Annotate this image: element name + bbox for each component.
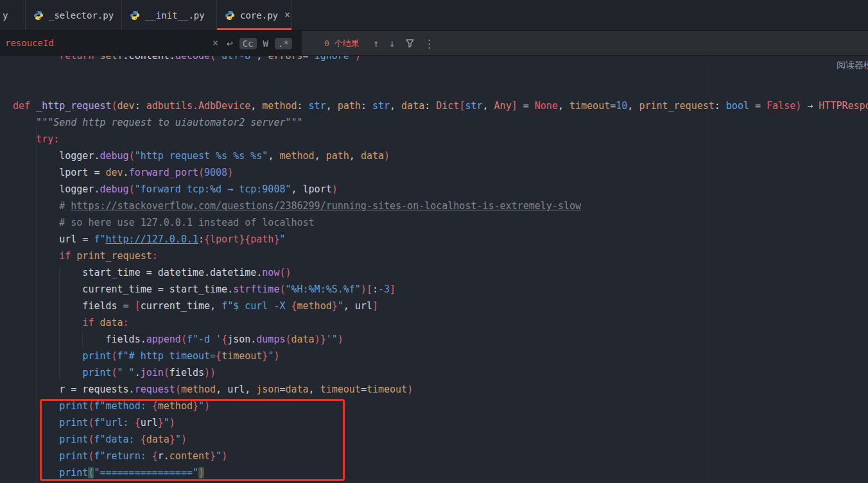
close-icon[interactable]: × — [284, 10, 290, 20]
code-token: def — [13, 100, 36, 112]
code-token: ] — [390, 284, 395, 295]
newline-icon[interactable]: ↩ — [225, 37, 235, 50]
code-token: { — [135, 417, 141, 428]
editor-surface[interactable]: return self.content.decode('utf-8', erro… — [0, 56, 868, 483]
code-token: ) — [221, 450, 227, 462]
code-token: forward_port — [129, 167, 198, 178]
code-token: : — [297, 100, 309, 112]
code-token: Dict — [436, 100, 459, 112]
code-token: try: — [36, 133, 59, 145]
code-token: )) — [204, 367, 216, 378]
code-token: 'utf-8' — [216, 56, 256, 62]
whole-words-toggle[interactable]: W — [261, 38, 270, 49]
code-token: ( — [181, 334, 187, 345]
tab-selector-py[interactable]: _selector.py — [26, 0, 122, 30]
code-token: ) — [198, 467, 204, 479]
code-token: current_time, — [141, 300, 221, 312]
python-icon — [130, 10, 140, 21]
code-line: logger.debug("http request %s %s %s", me… — [13, 148, 868, 164]
more-options-icon[interactable]: ⋮ — [424, 31, 435, 56]
code-token: 10 — [616, 100, 627, 112]
code-token: https://stackoverflow.com/questions/2386… — [71, 200, 581, 212]
code-line: # https://stackoverflow.com/questions/23… — [13, 198, 868, 214]
code-line: # so here use 127.0.0.1 instead of local… — [13, 214, 868, 231]
code-token: f"$ curl -X — [221, 300, 291, 312]
code-token: } — [158, 417, 164, 428]
code-line: start_time = datetime.datetime.now() — [13, 264, 868, 281]
code-token: content — [169, 450, 210, 462]
tab-overflow-cut[interactable]: y — [0, 0, 26, 30]
code-token: '" — [326, 334, 338, 345]
code-token — [13, 467, 59, 479]
code-token: f"-d ' — [187, 334, 221, 345]
code-token: False — [767, 100, 795, 112]
code-token: " — [175, 434, 181, 445]
code-token: "http request %s %s %s" — [135, 150, 268, 162]
code-token: = — [517, 100, 535, 112]
code-line: print(f"method: {method}") — [13, 398, 868, 414]
code-line — [13, 81, 868, 97]
code-token: , — [250, 100, 262, 112]
code-line: fields = [current_time, f"$ curl -X {met… — [13, 298, 868, 314]
code-token: r. — [158, 450, 169, 462]
code-token: f"# http timeout= — [117, 350, 216, 362]
code-token: , — [256, 56, 268, 62]
code-token: "================" — [94, 467, 198, 479]
code-token: : — [424, 100, 436, 112]
tab-label: y — [3, 10, 8, 21]
code-token: " " — [117, 367, 135, 378]
code-token: f"return: — [94, 450, 152, 462]
code-token: } — [210, 450, 216, 462]
code-token: method — [279, 150, 314, 162]
code-token: .content. — [123, 56, 175, 62]
code-token — [13, 350, 82, 362]
code-token: ( — [175, 384, 181, 395]
code-line: if print_request: — [13, 248, 868, 264]
code-line: print(f"url: {url}") — [13, 414, 868, 431]
previous-match-button[interactable]: ↑ — [373, 31, 379, 56]
clear-search-icon[interactable]: × — [211, 37, 220, 49]
code-token: ) — [795, 100, 801, 112]
code-token: : — [152, 250, 158, 262]
code-token: ) — [273, 350, 279, 362]
code-token: ] — [372, 300, 378, 312]
code-token: request — [135, 384, 175, 395]
code-token: url — [141, 417, 158, 428]
code-token: } — [332, 300, 338, 312]
code-token: print_request — [639, 100, 714, 112]
code-token: " — [338, 300, 343, 312]
filter-icon[interactable] — [405, 31, 415, 56]
code-token: ) — [355, 56, 361, 62]
code-token: fields. — [13, 334, 146, 345]
reader-mode-hint: 阅读器模 — [837, 60, 868, 71]
tab-label: _selector.py — [49, 10, 114, 21]
code-token: logger. — [13, 150, 100, 162]
code-line: return self.content.decode('utf-8', erro… — [13, 56, 868, 64]
code-token: = — [749, 100, 767, 112]
code-token: str — [372, 100, 390, 112]
code-token: ( — [112, 367, 117, 378]
code-token: ] — [512, 100, 517, 112]
next-match-button[interactable]: ↓ — [389, 31, 395, 56]
code-token: ) — [384, 150, 390, 162]
regex-toggle[interactable]: .* — [275, 38, 292, 49]
code-token: logger. — [13, 183, 100, 195]
code-token: data — [291, 334, 315, 345]
tab-init-py[interactable]: __init__.py — [122, 0, 217, 30]
code-token: ( — [129, 183, 135, 195]
code-token: decode — [175, 56, 210, 62]
tab-core-py[interactable]: core.py × — [217, 0, 292, 30]
code-token: lport = — [13, 167, 106, 178]
code-token: : — [198, 233, 204, 245]
code-token: ) — [204, 400, 210, 412]
code-token: debug — [100, 183, 128, 195]
code-line: print(f"return: {r.content}") — [13, 448, 868, 464]
code-token: [ — [135, 300, 141, 312]
code-token: () — [279, 267, 291, 278]
code-line: r = requests.request(method, url, json=d… — [13, 381, 868, 398]
search-input[interactable]: resouceId × ↩ Cc W .* — [0, 31, 302, 56]
match-case-toggle[interactable]: Cc — [239, 38, 257, 49]
code-token: _http_request — [36, 100, 111, 112]
code-token: json — [256, 384, 279, 395]
code-token: errors — [268, 56, 302, 62]
